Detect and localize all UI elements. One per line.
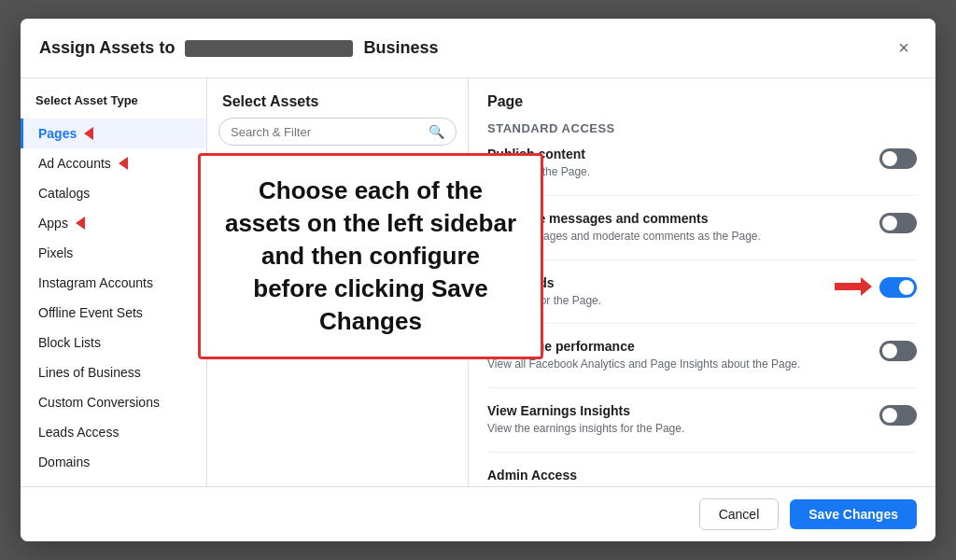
overlay-instruction-box: Choose each of the assets on the left si… <box>198 153 543 359</box>
sidebar-item-block-lists[interactable]: Block Lists <box>21 328 206 357</box>
arrow-apps-icon <box>76 217 85 230</box>
search-box: 🔍 <box>218 118 457 146</box>
sidebar-item-label: Pages <box>38 126 77 141</box>
moderate-toggle[interactable] <box>879 213 917 233</box>
standard-access-label: Standard Access <box>487 121 917 135</box>
modal-footer: Cancel Save Changes <box>21 486 935 541</box>
sidebar-item-ad-accounts[interactable]: Ad Accounts <box>21 148 206 178</box>
access-item-name: View Page performance <box>487 339 865 354</box>
access-item-name: Admin Access <box>487 468 902 483</box>
sidebar-item-label: Lines of Business <box>38 365 141 380</box>
sidebar-item-pixels[interactable]: Pixels <box>21 238 206 268</box>
publish-toggle[interactable] <box>879 148 917 169</box>
sidebar-item-label: Domains <box>38 455 90 469</box>
view-performance-toggle[interactable] <box>879 341 917 361</box>
sidebar-item-offline-event-sets[interactable]: Offline Event Sets <box>21 298 206 328</box>
arrow-pages-icon <box>84 127 93 140</box>
sidebar-item-leads-access[interactable]: Leads Access <box>21 417 206 447</box>
sidebar-item-apps[interactable]: Apps <box>21 208 206 238</box>
sidebar-item-label: Block Lists <box>38 335 101 350</box>
modal: Assign Assets to Business × Select Asset… <box>21 19 935 541</box>
red-arrow-create-ads-icon <box>835 277 872 296</box>
access-item-name: Moderate messages and comments <box>487 211 865 226</box>
access-item-desc: Publish as the Page. <box>487 164 865 180</box>
modal-header: Assign Assets to Business × <box>21 19 935 78</box>
modal-backdrop: Assign Assets to Business × Select Asset… <box>0 0 956 560</box>
sidebar-item-domains[interactable]: Domains <box>21 447 206 477</box>
sidebar-item-lines-of-business[interactable]: Lines of Business <box>21 357 206 387</box>
sidebar-item-label: Ad Accounts <box>38 156 111 171</box>
search-icon: 🔍 <box>429 124 444 139</box>
sidebar-item-label: Leads Access <box>38 425 119 440</box>
access-item-view-performance: View Page performance View all Facebook … <box>487 339 917 388</box>
sidebar-title: Select Asset Type <box>21 93 206 119</box>
sidebar: Select Asset Type Pages Ad Accounts Cata… <box>21 78 207 486</box>
access-item-moderate: Moderate messages and comments Send mess… <box>487 211 917 260</box>
sidebar-item-pages[interactable]: Pages <box>21 119 206 148</box>
access-item-name: View Earnings Insights <box>487 403 865 418</box>
middle-panel: Select Assets 🔍 Name Andrea Vahl, Inc. <box>207 78 469 486</box>
modal-title: Assign Assets to Business <box>39 38 438 58</box>
access-item-desc: View all Facebook Analytics and Page Ins… <box>487 357 865 372</box>
cancel-button[interactable]: Cancel <box>699 498 780 530</box>
right-panel-title: Page <box>487 93 917 110</box>
sidebar-item-label: Custom Conversions <box>38 395 160 410</box>
access-item-desc: View the earnings insights for the Page. <box>487 421 865 437</box>
sidebar-item-label: Offline Event Sets <box>38 305 143 320</box>
access-item-name: Publish content <box>487 147 865 161</box>
sidebar-item-catalogs[interactable]: Catalogs <box>21 178 206 208</box>
access-item-publish: Publish content Publish as the Page. <box>487 147 917 196</box>
sidebar-item-label: Pixels <box>38 245 73 260</box>
sidebar-item-label: Instagram Accounts <box>38 275 153 290</box>
access-item-earnings: View Earnings Insights View the earnings… <box>487 403 917 453</box>
overlay-instruction-text: Choose each of the assets on the left si… <box>223 175 518 338</box>
sidebar-item-custom-conversions[interactable]: Custom Conversions <box>21 387 206 417</box>
access-item-admin: Admin Access <box>487 468 917 486</box>
sidebar-item-label: Apps <box>38 216 68 231</box>
create-ads-toggle[interactable] <box>879 277 917 298</box>
modal-body: Select Asset Type Pages Ad Accounts Cata… <box>21 78 935 486</box>
access-item-desc: Send messages and moderate comments as t… <box>487 229 865 245</box>
earnings-toggle[interactable] <box>879 405 917 426</box>
access-item-create-ads: Create ads Advertise for the Page. <box>487 275 917 325</box>
middle-panel-title: Select Assets <box>207 78 468 118</box>
arrow-ad-accounts-icon <box>119 157 128 170</box>
redacted-name <box>185 40 353 57</box>
svg-marker-0 <box>835 277 872 296</box>
save-changes-button[interactable]: Save Changes <box>790 499 917 529</box>
close-button[interactable]: × <box>891 34 917 63</box>
search-input[interactable] <box>231 125 429 139</box>
sidebar-item-instagram-accounts[interactable]: Instagram Accounts <box>21 268 206 298</box>
sidebar-item-label: Catalogs <box>38 186 90 201</box>
